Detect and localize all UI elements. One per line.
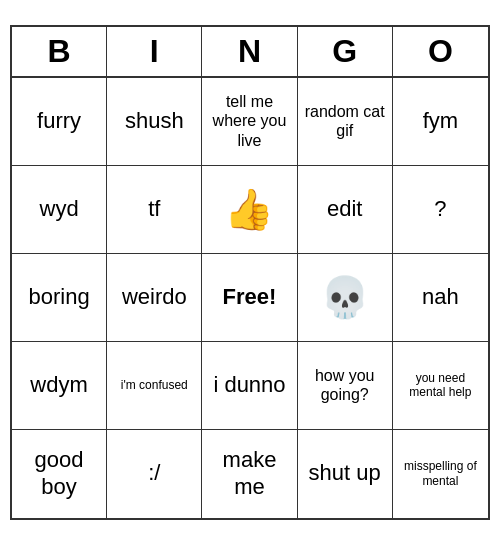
bingo-card: B I N G O furry shush tell me where you … (10, 25, 490, 520)
cell-19[interactable]: you need mental help (393, 342, 488, 430)
cell-22[interactable]: make me (202, 430, 297, 518)
cell-19-text: you need mental help (397, 371, 484, 400)
cell-8-text: edit (327, 196, 362, 222)
cell-23-text: shut up (309, 460, 381, 486)
bingo-header: B I N G O (12, 27, 488, 78)
cell-1-text: shush (125, 108, 184, 134)
cell-0[interactable]: furry (12, 78, 107, 166)
cell-9[interactable]: ? (393, 166, 488, 254)
bingo-grid: furry shush tell me where you live rando… (12, 78, 488, 518)
header-b: B (12, 27, 107, 76)
cell-17-text: i dunno (213, 372, 285, 398)
cell-9-text: ? (434, 196, 446, 222)
cell-14[interactable]: nah (393, 254, 488, 342)
header-g: G (298, 27, 393, 76)
cell-11[interactable]: weirdo (107, 254, 202, 342)
cell-3[interactable]: random cat gif (298, 78, 393, 166)
cell-14-text: nah (422, 284, 459, 310)
cell-24[interactable]: misspelling of mental (393, 430, 488, 518)
cell-13[interactable]: 💀 (298, 254, 393, 342)
header-o: O (393, 27, 488, 76)
cell-17[interactable]: i dunno (202, 342, 297, 430)
cell-13-emoji: 💀 (320, 277, 370, 317)
header-i: I (107, 27, 202, 76)
cell-5-text: wyd (40, 196, 79, 222)
cell-10-text: boring (29, 284, 90, 310)
cell-15[interactable]: wdym (12, 342, 107, 430)
cell-0-text: furry (37, 108, 81, 134)
cell-18-text: how you going? (302, 366, 388, 404)
cell-2-text: tell me where you live (206, 92, 292, 150)
cell-12-free[interactable]: Free! (202, 254, 297, 342)
cell-16[interactable]: i'm confused (107, 342, 202, 430)
cell-6[interactable]: tf (107, 166, 202, 254)
cell-20[interactable]: good boy (12, 430, 107, 518)
cell-8[interactable]: edit (298, 166, 393, 254)
cell-7[interactable]: 👍 (202, 166, 297, 254)
cell-4-text: fym (423, 108, 458, 134)
cell-6-text: tf (148, 196, 160, 222)
cell-11-text: weirdo (122, 284, 187, 310)
cell-2[interactable]: tell me where you live (202, 78, 297, 166)
cell-18[interactable]: how you going? (298, 342, 393, 430)
cell-24-text: misspelling of mental (397, 459, 484, 488)
cell-1[interactable]: shush (107, 78, 202, 166)
cell-21-text: :/ (148, 460, 160, 486)
cell-16-text: i'm confused (121, 378, 188, 392)
cell-20-text: good boy (16, 447, 102, 500)
cell-23[interactable]: shut up (298, 430, 393, 518)
cell-15-text: wdym (30, 372, 87, 398)
cell-12-text: Free! (223, 284, 277, 310)
cell-22-text: make me (206, 447, 292, 500)
header-n: N (202, 27, 297, 76)
cell-4[interactable]: fym (393, 78, 488, 166)
cell-3-text: random cat gif (302, 102, 388, 140)
cell-7-emoji: 👍 (224, 189, 274, 229)
cell-21[interactable]: :/ (107, 430, 202, 518)
cell-5[interactable]: wyd (12, 166, 107, 254)
cell-10[interactable]: boring (12, 254, 107, 342)
